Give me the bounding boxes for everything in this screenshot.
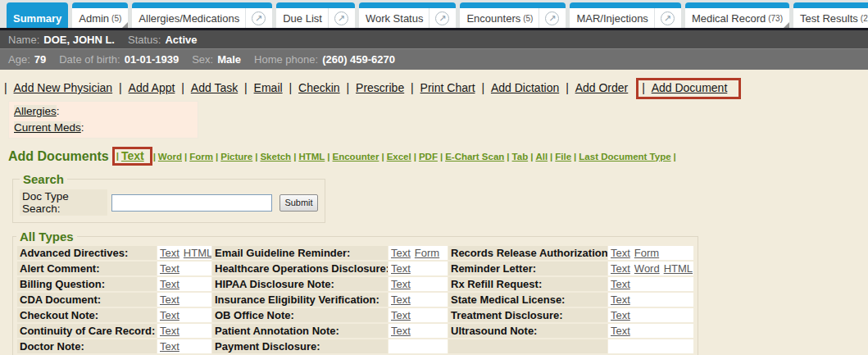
separator: | [530, 152, 533, 162]
tab-work-status[interactable]: Work Status ↗ [359, 2, 457, 28]
doc-format-picture-link[interactable]: Picture [220, 152, 252, 162]
doc-open-link[interactable]: Text [391, 247, 411, 259]
doc-format-echart-scan-link[interactable]: E-Chart Scan [445, 152, 504, 162]
dob-label: Date of birth: [59, 53, 120, 66]
doc-open-link[interactable]: Text [611, 309, 630, 321]
phone-label: Home phone: [254, 53, 318, 66]
doc-open-link[interactable]: Text [611, 294, 630, 306]
doc-type-links: Text [389, 277, 448, 291]
doc-open-link[interactable]: Text [160, 247, 180, 259]
doc-open-link[interactable]: Form [415, 247, 439, 259]
doc-open-link[interactable]: Text [391, 309, 411, 321]
doc-type-label: OB Office Note: [212, 308, 388, 322]
doc-open-link[interactable]: Text [160, 262, 180, 275]
open-popup-icon[interactable]: ↗ [545, 11, 559, 25]
tab-summary[interactable]: Summary [7, 2, 68, 28]
tab-medical-record[interactable]: Medical Record (73) [685, 2, 789, 28]
tab-mar-injections[interactable]: MAR/Injections ↗ [570, 2, 680, 28]
doc-type-links: Text [389, 324, 448, 338]
tab-test-results[interactable]: Test Results (2) [793, 2, 868, 28]
doc-open-link[interactable]: Text [391, 294, 411, 306]
separator: | [566, 81, 569, 94]
allergies-link[interactable]: Allergies [14, 105, 57, 117]
doc-format-last-document-type-link[interactable]: Last Document Type [579, 152, 670, 162]
current-meds-row: Current Meds: [14, 120, 193, 136]
doc-open-link[interactable]: Text [391, 262, 411, 275]
tab-label: Medical Record [692, 12, 766, 25]
doc-format-encounter-link[interactable]: Encounter [333, 152, 379, 162]
doc-type-search-input[interactable] [111, 194, 272, 212]
tab-label: Due List [283, 12, 322, 25]
doc-format-html-link[interactable]: HTML [298, 152, 325, 162]
doc-type-links: Text [608, 324, 693, 338]
doc-open-link[interactable]: HTML [184, 247, 211, 259]
checkin-link[interactable]: Checkin [298, 81, 340, 94]
doc-open-link[interactable]: Text [611, 262, 630, 275]
colon: : [81, 121, 84, 134]
open-popup-icon[interactable]: ↗ [334, 11, 348, 25]
annotation-box-add-document: | Add Document [636, 78, 741, 99]
separator: | [181, 81, 184, 94]
doc-type-links: Text [389, 262, 448, 275]
table-row: Doctor Note: Text Payment Disclosure: [17, 339, 693, 353]
tab-encounters[interactable]: Encounters (5) ↗ [460, 2, 566, 28]
add-appt-link[interactable]: Add Appt [129, 81, 175, 94]
doc-open-link[interactable]: Text [160, 309, 180, 321]
doc-type-links: Text [157, 277, 211, 291]
table-row: Continuity of Care Record: Text Patient … [17, 324, 693, 338]
doc-open-link[interactable]: Text [611, 325, 630, 337]
tab-count: (5) [523, 14, 533, 23]
doc-format-tab-link[interactable]: Tab [512, 152, 529, 162]
doc-open-link[interactable]: Text [391, 278, 411, 290]
doc-type-label: Payment Disclosure: [212, 339, 388, 353]
doc-open-link[interactable]: Text [611, 278, 630, 290]
doc-format-excel-link[interactable]: Excel [387, 152, 411, 162]
separator: | [550, 152, 552, 162]
print-chart-link[interactable]: Print Chart [420, 81, 475, 94]
doc-open-link[interactable]: Form [634, 247, 659, 259]
add-document-link[interactable]: Add Document [652, 81, 728, 94]
tab-admin[interactable]: Admin (5) [72, 2, 128, 28]
doc-open-link[interactable]: Text [611, 247, 630, 259]
current-meds-link[interactable]: Current Meds [14, 121, 81, 134]
doc-type-links: Text [608, 277, 693, 291]
open-popup-icon[interactable]: ↗ [435, 11, 449, 25]
doc-format-sketch-link[interactable]: Sketch [260, 152, 291, 162]
tab-allergies-medications[interactable]: Allergies/Medications ↗ [132, 2, 272, 28]
submit-button[interactable]: Submit [279, 194, 318, 212]
table-row: Checkout Note: Text OB Office Note: Text… [17, 308, 693, 322]
doc-type-label: Rx Refill Request: [448, 277, 607, 291]
chart-tab-bar: Summary Admin (5) Allergies/Medications … [0, 0, 868, 30]
add-order-link[interactable]: Add Order [575, 81, 629, 94]
patient-name: DOE, JOHN L. [43, 34, 115, 46]
open-popup-icon[interactable]: ↗ [661, 11, 675, 25]
tab-label: Work Status [366, 12, 424, 25]
doc-format-form-link[interactable]: Form [189, 152, 213, 162]
search-title: Search [20, 172, 67, 186]
add-task-link[interactable]: Add Task [191, 81, 238, 94]
doc-format-word-link[interactable]: Word [158, 152, 182, 162]
doc-type-links: Text [608, 293, 693, 307]
doc-format-all-link[interactable]: All [535, 152, 548, 162]
doc-open-link[interactable]: Text [160, 340, 180, 353]
doc-format-pdf-link[interactable]: PDF [419, 152, 438, 162]
doc-open-link[interactable]: Text [391, 325, 411, 337]
email-link[interactable]: Email [254, 81, 283, 94]
add-new-physician-link[interactable]: Add New Physician [14, 81, 113, 94]
doc-type-label: Billing Question: [17, 277, 157, 291]
open-popup-icon[interactable]: ↗ [252, 11, 266, 25]
doc-type-label: HIPAA Disclosure Note: [212, 277, 388, 291]
add-dictation-link[interactable]: Add Dictation [491, 81, 559, 94]
prescribe-link[interactable]: Prescribe [356, 81, 404, 94]
doc-open-link[interactable]: Text [160, 325, 180, 337]
doc-open-link[interactable]: Text [160, 278, 180, 290]
tab-due-list[interactable]: Due List ↗ [276, 2, 355, 28]
doc-type-label: Advanced Directives: [17, 246, 157, 260]
doc-type-label: Records Release Authorization: [448, 246, 607, 260]
doc-open-link[interactable]: Text [160, 294, 180, 306]
doc-format-file-link[interactable]: File [555, 152, 571, 162]
doc-open-link[interactable]: HTML [664, 262, 693, 275]
doc-open-link[interactable]: Word [634, 262, 660, 275]
status-label: Status: [128, 34, 161, 46]
doc-format-text-link[interactable]: Text [121, 149, 144, 162]
